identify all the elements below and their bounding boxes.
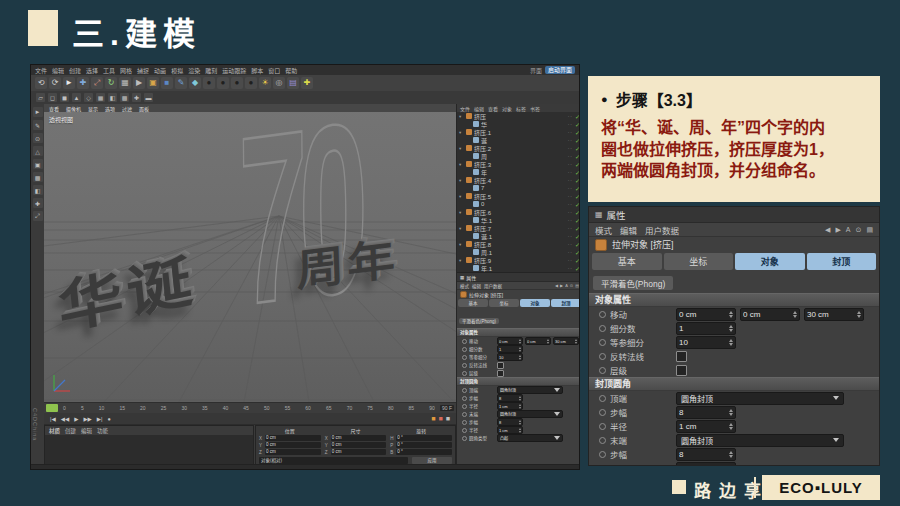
enabled-check-icon[interactable]: ✓ bbox=[575, 177, 580, 184]
enabled-check-icon[interactable]: ✓ bbox=[575, 209, 580, 216]
viewport-menu-item[interactable]: 面板 bbox=[139, 105, 149, 112]
visibility-dots-icon[interactable]: ·· bbox=[568, 201, 573, 207]
section-header[interactable]: 封顶圆角 bbox=[457, 377, 580, 386]
tool-icon[interactable]: △ bbox=[33, 146, 43, 156]
toolbar-icon[interactable]: ● bbox=[203, 77, 215, 89]
mode-icon[interactable]: ▬ bbox=[144, 93, 153, 102]
number-field[interactable]: 1 cm bbox=[497, 426, 523, 434]
attr-menu-item[interactable]: 编辑 bbox=[620, 224, 637, 236]
checkbox[interactable] bbox=[676, 351, 687, 362]
expand-icon[interactable]: ▾ bbox=[459, 210, 464, 215]
number-field[interactable]: 0 cm bbox=[676, 308, 736, 321]
object-manager-menu-item[interactable]: 对象 bbox=[502, 105, 512, 112]
attr-menu-icon[interactable]: ⊙ bbox=[856, 226, 862, 234]
stepper-icon[interactable] bbox=[519, 404, 521, 409]
mode-icon[interactable]: ◼ bbox=[60, 93, 69, 102]
checkbox[interactable] bbox=[676, 365, 687, 376]
object-manager-menu-item[interactable]: 文件 bbox=[460, 105, 470, 112]
attr-tab[interactable]: 对象 bbox=[520, 299, 550, 307]
toolbar-icon[interactable]: ✚ bbox=[301, 77, 313, 89]
number-field[interactable]: 30 cm bbox=[804, 308, 864, 321]
checkbox[interactable] bbox=[497, 362, 504, 369]
enabled-check-icon[interactable]: ✓ bbox=[575, 201, 580, 208]
toolbar-icon[interactable]: ✚ bbox=[77, 77, 89, 89]
attr-tab[interactable]: 基本 bbox=[592, 253, 662, 270]
menu-item[interactable]: 窗口 bbox=[268, 66, 280, 75]
toolbar-icon[interactable]: ◎ bbox=[273, 77, 285, 89]
materials-menu-item[interactable]: 功能 bbox=[97, 427, 108, 435]
menu-item[interactable]: 雕刻 bbox=[205, 66, 217, 75]
menu-item[interactable]: 动画 bbox=[154, 66, 166, 75]
anim-dot-icon[interactable] bbox=[599, 409, 606, 416]
tool-icon[interactable]: ✚ bbox=[33, 198, 43, 208]
stepper-icon[interactable] bbox=[729, 311, 733, 318]
coord-mode-select[interactable]: 对象(相对) bbox=[259, 457, 408, 464]
toolbar-icon[interactable]: ● bbox=[245, 77, 257, 89]
anim-dot-icon[interactable] bbox=[599, 367, 606, 374]
dropdown-field[interactable]: 圆角封顶 bbox=[676, 434, 844, 447]
stepper-icon[interactable] bbox=[729, 451, 733, 458]
expand-icon[interactable]: ▾ bbox=[459, 130, 464, 135]
stepper-icon[interactable] bbox=[519, 420, 521, 425]
enabled-check-icon[interactable]: ✓ bbox=[575, 233, 580, 240]
coord-field[interactable]: 0 cm bbox=[265, 442, 321, 448]
anim-dot-icon[interactable] bbox=[599, 451, 606, 458]
number-field[interactable]: 1 cm bbox=[497, 402, 523, 410]
number-field[interactable]: 8 bbox=[497, 394, 523, 402]
anim-dot-icon[interactable] bbox=[462, 412, 467, 417]
coord-field[interactable]: 0 cm bbox=[265, 435, 321, 441]
number-field[interactable]: 1 cm bbox=[676, 462, 736, 467]
enabled-check-icon[interactable]: ✓ bbox=[575, 225, 580, 232]
anim-dot-icon[interactable] bbox=[599, 395, 606, 402]
transport-button[interactable]: |◀ bbox=[50, 416, 56, 422]
mode-icon[interactable]: ◧ bbox=[108, 93, 117, 102]
expand-icon[interactable]: ▾ bbox=[459, 242, 464, 247]
visibility-dots-icon[interactable]: ·· bbox=[568, 145, 573, 151]
toolbar-icon[interactable]: ◆ bbox=[189, 77, 201, 89]
mode-icon[interactable]: ▩ bbox=[120, 93, 129, 102]
render-settings-icon[interactable]: ■ bbox=[439, 415, 443, 422]
object-manager-menu-item[interactable]: 编辑 bbox=[474, 105, 484, 112]
coord-field[interactable]: 0 ° bbox=[396, 449, 452, 455]
transport-button[interactable]: ● bbox=[108, 416, 111, 422]
transport-button[interactable]: ▶▶ bbox=[83, 416, 91, 422]
enabled-check-icon[interactable]: ✓ bbox=[575, 153, 580, 160]
visibility-dots-icon[interactable]: ·· bbox=[568, 249, 573, 255]
visibility-dots-icon[interactable]: ·· bbox=[568, 177, 573, 183]
enabled-check-icon[interactable]: ✓ bbox=[575, 249, 580, 256]
number-field[interactable]: 30 cm bbox=[553, 337, 579, 345]
number-field[interactable]: 8 bbox=[676, 448, 736, 461]
phong-button[interactable]: 平滑着色(Phong) bbox=[459, 318, 499, 324]
expand-icon[interactable]: ▾ bbox=[459, 146, 464, 151]
render-settings-icon[interactable]: ■ bbox=[431, 415, 435, 422]
menu-item[interactable]: 网格 bbox=[120, 66, 132, 75]
tool-icon[interactable]: ⊙ bbox=[33, 133, 43, 143]
stepper-icon[interactable] bbox=[519, 347, 521, 352]
tool-icon[interactable]: ⤢ bbox=[33, 211, 43, 221]
toolbar-icon[interactable]: ☀ bbox=[259, 77, 271, 89]
object-manager-menu-item[interactable]: 标签 bbox=[516, 105, 526, 112]
materials-menu-item[interactable]: 创建 bbox=[65, 427, 76, 435]
anim-dot-icon[interactable] bbox=[462, 347, 467, 352]
anim-dot-icon[interactable] bbox=[599, 311, 606, 318]
number-field[interactable]: 10 bbox=[676, 336, 736, 349]
tool-icon[interactable]: ✎ bbox=[33, 120, 43, 130]
attr-tab[interactable]: 对象 bbox=[735, 253, 805, 270]
mode-icon[interactable]: ✚ bbox=[132, 93, 141, 102]
anim-dot-icon[interactable] bbox=[462, 339, 467, 344]
tool-icon[interactable]: ▩ bbox=[33, 172, 43, 182]
coord-field[interactable]: 0 cm bbox=[265, 449, 321, 455]
object-item[interactable]: ▾挤压.4··✓ bbox=[457, 176, 580, 184]
menu-item[interactable]: 捕捉 bbox=[137, 66, 149, 75]
attr-tab[interactable]: 坐标 bbox=[489, 299, 519, 307]
anim-dot-icon[interactable] bbox=[462, 404, 467, 409]
menu-item[interactable]: 模拟 bbox=[171, 66, 183, 75]
attr-menu-icon[interactable]: ◀ bbox=[825, 226, 830, 234]
object-item[interactable]: 年.1··✓ bbox=[457, 264, 580, 272]
expand-icon[interactable]: ▾ bbox=[459, 226, 464, 231]
attr-menu-item[interactable]: 用户数据 bbox=[645, 224, 679, 236]
section-header[interactable]: 对象属性 bbox=[457, 328, 580, 337]
anim-dot-icon[interactable] bbox=[462, 436, 467, 441]
number-field[interactable]: 1 bbox=[497, 345, 523, 353]
coord-field[interactable]: 0 cm bbox=[331, 449, 387, 455]
